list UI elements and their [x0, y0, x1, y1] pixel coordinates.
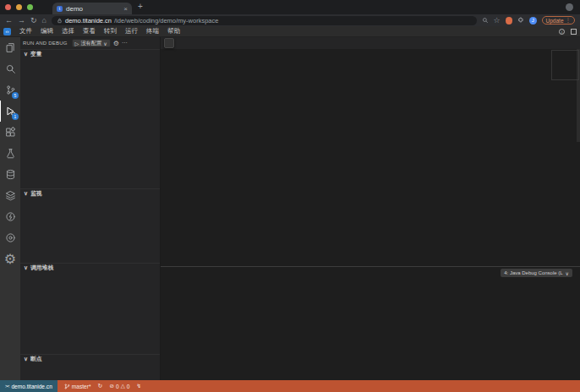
- menu-item-6[interactable]: 终端: [142, 27, 163, 35]
- warning-icon: △: [121, 383, 125, 389]
- watch-tree: [20, 197, 160, 263]
- error-icon: ⊘: [109, 383, 114, 389]
- activity-item-extensions[interactable]: [0, 122, 20, 143]
- run-debug-badge: 1: [12, 113, 19, 120]
- variables-section-header[interactable]: ∨变量: [20, 49, 160, 57]
- ide-menu-bar: ‹› 文件编辑选择查看转到运行终端帮助 i: [0, 26, 580, 37]
- search-icon: [5, 63, 16, 74]
- menu-item-2[interactable]: 选择: [57, 27, 79, 35]
- activity-bar: 51⚙: [0, 37, 20, 380]
- code-editor[interactable]: [161, 58, 580, 266]
- tab-favicon: t: [57, 6, 63, 12]
- sync-status[interactable]: ↻: [98, 383, 103, 389]
- debug-status-icon[interactable]: ↯: [136, 383, 141, 389]
- activity-item-search[interactable]: [0, 58, 20, 79]
- sidebar-header: RUN AND DEBUG ▷ 没有配置 ∨ ⚙ ⋯: [20, 37, 160, 49]
- search-icon[interactable]: [482, 17, 489, 24]
- window-minimize-button[interactable]: [16, 4, 22, 10]
- activity-item-database[interactable]: [0, 164, 20, 185]
- activity-item-explorer[interactable]: [0, 37, 20, 58]
- back-button[interactable]: ←: [5, 16, 13, 24]
- target-icon: [5, 232, 16, 243]
- bottom-panel: 4: Java Debug Console (L ∨: [161, 266, 580, 380]
- editor-actions: [575, 37, 580, 49]
- browser-tab[interactable]: t demo ×: [52, 3, 132, 14]
- activity-item-power[interactable]: [0, 206, 20, 227]
- panel-header: 4: Java Debug Console (L ∨: [161, 267, 580, 279]
- profile-avatar[interactable]: J: [529, 17, 537, 24]
- more-icon[interactable]: ⋯: [122, 40, 128, 46]
- layers-icon: [5, 190, 16, 201]
- editor-tab-bar: [161, 37, 580, 49]
- url-host: demo.titanide.cn: [65, 17, 112, 24]
- start-debug-icon[interactable]: ▷: [75, 41, 79, 46]
- forward-button[interactable]: →: [18, 16, 25, 24]
- problems-status[interactable]: ⊘0 △0: [109, 383, 129, 389]
- test-icon: [5, 148, 16, 159]
- chevron-down-icon: ∨: [566, 270, 569, 276]
- window-zoom-button[interactable]: [27, 4, 33, 10]
- activity-item-test[interactable]: [0, 143, 20, 164]
- remote-indicator[interactable]: >< demo.titanide.cn: [0, 380, 57, 392]
- extension-avatar-icon[interactable]: [506, 17, 513, 24]
- address-bar[interactable]: demo.titanide.cn/ide/web/coding/demo/my-…: [52, 16, 477, 25]
- source-control-badge: 5: [12, 92, 19, 99]
- menu-item-4[interactable]: 转到: [100, 27, 121, 35]
- tab-title: demo: [66, 5, 83, 13]
- new-tab-button[interactable]: +: [138, 2, 143, 11]
- menu-item-0[interactable]: 文件: [15, 27, 36, 35]
- menu-items: 文件编辑选择查看转到运行终端帮助: [15, 27, 184, 35]
- chevron-down-icon: ∨: [103, 41, 107, 46]
- callstack-list: [20, 271, 160, 354]
- extensions-puzzle-icon[interactable]: [517, 17, 524, 24]
- menu-item-5[interactable]: 运行: [121, 27, 142, 35]
- terminal-output[interactable]: [161, 279, 580, 380]
- menu-item-7[interactable]: 帮助: [163, 27, 184, 35]
- ide-logo[interactable]: ‹›: [3, 28, 11, 35]
- activity-item-target[interactable]: [0, 227, 20, 248]
- git-branch-status[interactable]: master*: [64, 384, 91, 389]
- minimap-slider[interactable]: [551, 50, 579, 80]
- browser-menu-icon[interactable]: ⋮: [566, 17, 572, 24]
- browser-toolbar: ← → ↻ ⌂ demo.titanide.cn/ide/web/coding/…: [0, 14, 580, 26]
- launch-config-dropdown[interactable]: ▷ 没有配置 ∨: [72, 39, 111, 47]
- url-path: /ide/web/coding/demo/my-workspace: [114, 17, 218, 24]
- home-button[interactable]: ⌂: [42, 16, 47, 24]
- terminal-select[interactable]: 4: Java Debug Console (L ∨: [501, 269, 572, 277]
- menu-item-3[interactable]: 查看: [79, 27, 100, 35]
- variables-tree: [20, 57, 160, 188]
- callstack-section-header[interactable]: ∨调用堆栈: [20, 263, 160, 271]
- activity-item-layers[interactable]: [0, 185, 20, 206]
- power-icon: [5, 211, 16, 222]
- window-close-button[interactable]: [5, 4, 11, 10]
- breadcrumb: [161, 49, 580, 58]
- menu-item-1[interactable]: 编辑: [36, 27, 57, 35]
- browser-update-button[interactable]: Update ⋮: [542, 16, 575, 24]
- editor-scrollbar[interactable]: [577, 49, 580, 142]
- sidebar-title: RUN AND DEBUG: [23, 41, 68, 46]
- info-icon[interactable]: i: [559, 29, 565, 35]
- run-debug-sidebar: RUN AND DEBUG ▷ 没有配置 ∨ ⚙ ⋯ ∨变量 ∨监视 ∨调用堆栈…: [20, 37, 161, 380]
- activity-item-run-debug[interactable]: 1: [0, 101, 20, 122]
- browser-profile-icon[interactable]: [566, 3, 573, 11]
- debug-toolbar: [164, 38, 174, 48]
- database-icon: [5, 169, 16, 180]
- status-bar: >< demo.titanide.cn master* ↻ ⊘0 △0 ↯: [0, 380, 580, 392]
- extensions-icon: [5, 127, 16, 138]
- lock-icon: [57, 18, 63, 24]
- bookmark-star-icon[interactable]: ☆: [494, 16, 501, 24]
- reload-button[interactable]: ↻: [30, 16, 37, 24]
- gear-icon[interactable]: ⚙: [113, 40, 119, 47]
- branch-icon: [64, 384, 70, 389]
- activity-item-source-control[interactable]: 5: [0, 79, 20, 101]
- watch-section-header[interactable]: ∨监视: [20, 188, 160, 197]
- manage-gear-button[interactable]: ⚙: [0, 248, 20, 270]
- explorer-icon: [5, 42, 16, 53]
- tab-close-icon[interactable]: ×: [123, 5, 128, 13]
- fullscreen-icon[interactable]: [571, 29, 577, 35]
- remote-icon: ><: [5, 384, 8, 389]
- breakpoints-section-header[interactable]: ∨断点: [20, 354, 160, 362]
